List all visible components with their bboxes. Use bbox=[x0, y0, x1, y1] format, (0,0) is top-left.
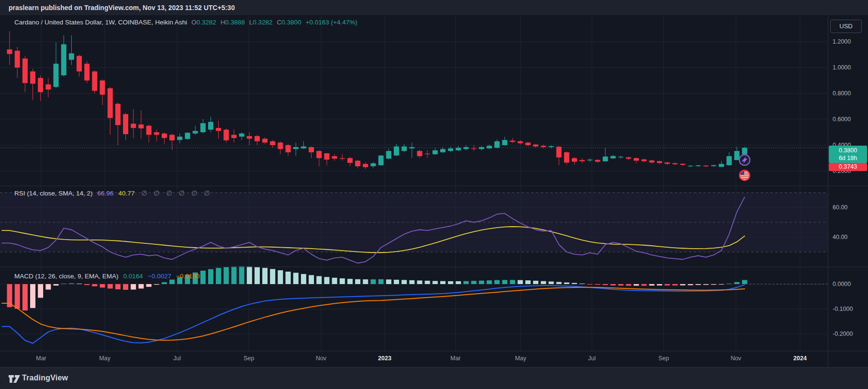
macd-tick-label: -0.1000 bbox=[833, 306, 853, 312]
macd-tick-label: 0.0000 bbox=[833, 281, 851, 287]
symbol-title[interactable]: Cardano / United States Dollar, 1W, COIN… bbox=[14, 19, 187, 26]
time-tick-month: May bbox=[506, 355, 535, 362]
price-tick-label: 0.6000 bbox=[833, 116, 851, 123]
time-tick-month: Jul bbox=[163, 355, 191, 362]
macd-title[interactable]: MACD (12, 26, close, 9, EMA, EMA) bbox=[14, 273, 119, 280]
footer-brand: TradingView bbox=[22, 374, 68, 382]
rsi-empty-marker: ∅ bbox=[167, 189, 172, 197]
ohlc-value: 0.3800 bbox=[281, 19, 301, 26]
ohlc-letter: C bbox=[277, 19, 282, 26]
time-tick-month: Mar bbox=[27, 355, 56, 362]
time-tick-month: Nov bbox=[307, 355, 335, 362]
rsi-title[interactable]: RSI (14, close, SMA, 14, 2) bbox=[14, 190, 93, 197]
time-tick-month: Sep bbox=[649, 355, 678, 362]
us-flag-event-icon[interactable] bbox=[740, 171, 750, 181]
publish-bar: praslearn published on TradingView.com, … bbox=[0, 0, 868, 16]
rsi-tick-label: 40.00 bbox=[833, 234, 847, 240]
ohlc-value: 0.3888 bbox=[225, 19, 245, 26]
currency-toggle-button[interactable]: USD bbox=[830, 20, 862, 33]
rsi-value: 66.96 bbox=[98, 190, 114, 197]
time-tick-month: Mar bbox=[441, 355, 470, 362]
tradingview-published-chart: praslearn published on TradingView.com, … bbox=[0, 0, 868, 389]
price-tick-label: 1.0000 bbox=[833, 64, 851, 71]
time-tick-month: Nov bbox=[722, 355, 750, 362]
time-tick-month: Jul bbox=[578, 355, 606, 362]
time-axis[interactable]: MarMayJulSepNov2023MarMayJulSepNov2024 bbox=[0, 351, 868, 367]
macd-hist-value: 0.0164 bbox=[123, 273, 143, 280]
macd-line-value: −0.0027 bbox=[148, 273, 171, 280]
ohlc-value: 0.3282 bbox=[253, 19, 272, 26]
rsi-empty-marker: ∅ bbox=[179, 189, 185, 197]
rsi-legend: RSI (14, close, SMA, 14, 2)66.9640.77∅∅∅… bbox=[14, 189, 210, 197]
macd-legend: MACD (12, 26, close, 9, EMA, EMA)0.0164−… bbox=[14, 273, 200, 280]
footer-bar: TradingView bbox=[0, 367, 868, 389]
time-tick-year: 2024 bbox=[786, 355, 814, 362]
rsi-empty-marker: ∅ bbox=[141, 189, 147, 197]
time-tick-month: Sep bbox=[234, 355, 263, 362]
time-tick-year: 2023 bbox=[370, 355, 399, 362]
lightning-event-icon[interactable] bbox=[739, 155, 750, 165]
last-price-badge: 0.3800 6d 18h bbox=[829, 146, 867, 163]
change-value: +0.0163 (+4.47%) bbox=[306, 19, 357, 26]
time-tick-month: May bbox=[90, 355, 119, 362]
publish-bar-text: praslearn published on TradingView.com, … bbox=[9, 4, 235, 11]
rsi-empty-marker: ∅ bbox=[191, 189, 197, 197]
ohlc-value: 0.3282 bbox=[196, 19, 216, 26]
rsi-tick-label: 60.00 bbox=[833, 204, 847, 211]
ohlc-letter: O bbox=[191, 19, 197, 26]
prev-close-badge: 0.3743 bbox=[829, 163, 867, 171]
price-tick-label: 1.2000 bbox=[833, 38, 851, 45]
symbol-legend: Cardano / United States Dollar, 1W, COIN… bbox=[14, 19, 357, 26]
rsi-ma-value: 40.77 bbox=[118, 190, 134, 197]
bar-countdown: 6d 18h bbox=[829, 154, 867, 162]
price-axis[interactable]: USD 0.3800 6d 18h 0.3743 1.20001.00000.8… bbox=[828, 16, 868, 367]
tradingview-logo-icon[interactable] bbox=[8, 373, 22, 385]
macd-tick-label: -0.2000 bbox=[833, 331, 853, 337]
last-price-value: 0.3800 bbox=[829, 147, 867, 154]
price-tick-label: 0.8000 bbox=[833, 90, 851, 97]
macd-signal-value: −0.0190 bbox=[176, 273, 200, 280]
rsi-empty-marker: ∅ bbox=[204, 189, 210, 197]
rsi-empty-marker: ∅ bbox=[154, 189, 159, 197]
